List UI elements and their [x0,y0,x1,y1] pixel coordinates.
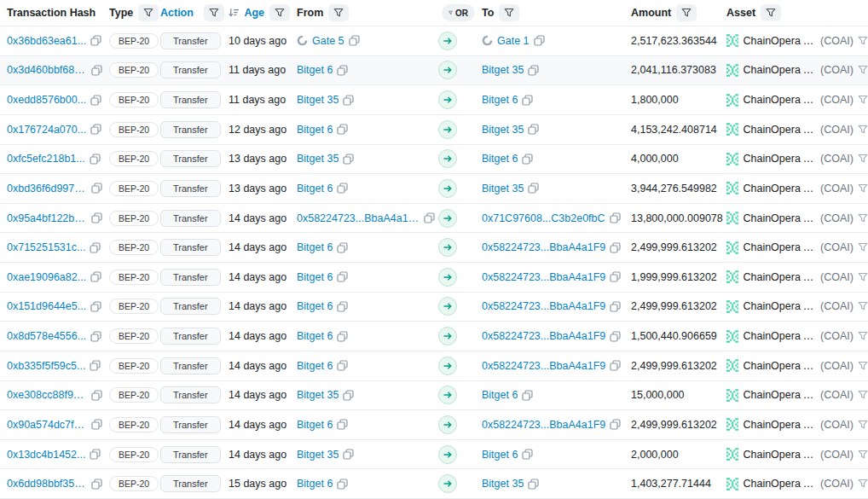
to-address-link[interactable]: 0x71C97608...C3b2e0fbC [482,212,605,224]
copy-to-address-button[interactable] [528,479,539,490]
to-address-link[interactable]: 0x58224723...BbaA4a1F9 [482,360,605,372]
asset-row-filter-icon[interactable] [858,479,868,489]
copy-to-address-button[interactable] [522,449,533,460]
from-address-link[interactable]: Bitget 6 [297,124,333,136]
copy-txn-hash-button[interactable] [90,35,101,46]
copy-txn-hash-button[interactable] [90,301,101,312]
asset-name-link[interactable]: ChainOpera A... [743,212,816,224]
txn-hash-link[interactable]: 0x95a4bf122b7... [7,212,87,224]
transfer-action-button[interactable]: Transfer [160,239,221,256]
asset-name-link[interactable]: ChainOpera A... [743,419,816,431]
transfer-action-button[interactable]: Transfer [160,121,221,138]
asset-name-link[interactable]: ChainOpera A... [743,389,816,401]
asset-name-link[interactable]: ChainOpera A... [743,271,816,283]
txn-hash-link[interactable]: 0xbd36f6d9972... [7,183,87,194]
copy-to-address-button[interactable] [610,331,621,342]
transfer-action-button[interactable]: Transfer [160,386,221,403]
transfer-action-button[interactable]: Transfer [160,210,221,227]
asset-row-filter-icon[interactable] [858,154,868,164]
asset-row-filter-icon[interactable] [858,272,868,282]
copy-txn-hash-button[interactable] [91,212,102,223]
transfer-action-button[interactable]: Transfer [160,61,221,78]
txn-hash-link[interactable]: 0x6dd98bbf357... [7,478,87,490]
txn-hash-link[interactable]: 0x176724a070... [7,124,86,136]
copy-from-address-button[interactable] [337,331,348,342]
copy-txn-hash-button[interactable] [90,449,101,460]
txn-hash-link[interactable]: 0x3d460bbf682... [7,64,87,76]
from-address-link[interactable]: Gate 5 [312,35,344,47]
txn-hash-link[interactable]: 0x90a574dc7fe... [7,419,87,431]
sort-descending-icon[interactable] [229,8,239,18]
to-address-link[interactable]: Bitget 6 [482,389,518,401]
txn-hash-link[interactable]: 0x13dc4b1452... [7,449,85,461]
to-address-link[interactable]: 0x58224723...BbaA4a1F9 [482,419,605,431]
transfer-action-button[interactable]: Transfer [160,91,221,108]
copy-from-address-button[interactable] [343,449,354,460]
from-address-link[interactable]: Bitget 6 [297,183,333,194]
to-address-link[interactable]: Bitget 35 [482,124,524,136]
to-address-link[interactable]: Bitget 35 [482,64,524,76]
from-address-link[interactable]: Bitget 6 [297,300,333,312]
txn-hash-link[interactable]: 0x151d9644e5... [7,300,86,312]
to-address-link[interactable]: Bitget 6 [482,94,518,106]
from-address-link[interactable]: Bitget 35 [297,153,339,165]
copy-txn-hash-button[interactable] [90,124,101,135]
copy-to-address-button[interactable] [528,65,539,76]
copy-to-address-button[interactable] [610,212,621,223]
age-label[interactable]: Age [244,7,264,19]
asset-row-filter-icon[interactable] [858,213,868,223]
copy-to-address-button[interactable] [534,35,545,46]
from-address-link[interactable]: Bitget 6 [297,271,333,283]
from-address-link[interactable]: 0x58224723...BbaA4a1F9 [297,212,420,224]
asset-row-filter-icon[interactable] [858,420,868,430]
copy-to-address-button[interactable] [610,271,621,282]
txn-hash-link[interactable]: 0x715251531c... [7,241,85,253]
from-filter-button[interactable] [328,4,349,21]
from-address-link[interactable]: Bitget 6 [297,360,333,372]
copy-from-address-button[interactable] [343,390,354,401]
asset-row-filter-icon[interactable] [858,36,868,46]
copy-txn-hash-button[interactable] [91,183,102,194]
copy-from-address-button[interactable] [337,124,348,135]
copy-from-address-button[interactable] [337,301,348,312]
copy-from-address-button[interactable] [343,154,354,165]
copy-txn-hash-button[interactable] [90,331,101,342]
copy-txn-hash-button[interactable] [90,360,101,371]
transfer-action-button[interactable]: Transfer [160,150,221,167]
copy-from-address-button[interactable] [337,183,348,194]
copy-from-address-button[interactable] [337,271,348,282]
to-address-link[interactable]: 0x58224723...BbaA4a1F9 [482,271,605,283]
asset-name-link[interactable]: ChainOpera A... [743,35,816,47]
asset-name-link[interactable]: ChainOpera A... [743,124,816,136]
asset-name-link[interactable]: ChainOpera A... [743,64,816,76]
to-address-link[interactable]: 0x58224723...BbaA4a1F9 [482,241,605,253]
transfer-action-button[interactable]: Transfer [160,328,221,345]
copy-from-address-button[interactable] [349,35,360,46]
to-address-link[interactable]: Bitget 6 [482,153,518,165]
copy-to-address-button[interactable] [522,390,533,401]
from-address-link[interactable]: Bitget 35 [297,389,339,401]
copy-txn-hash-button[interactable] [91,390,102,401]
asset-row-filter-icon[interactable] [858,331,868,341]
asset-row-filter-icon[interactable] [858,361,868,371]
or-filter-toggle[interactable]: OR [442,4,475,21]
to-address-link[interactable]: Bitget 35 [482,478,524,490]
copy-txn-hash-button[interactable] [91,479,102,490]
transfer-action-button[interactable]: Transfer [160,446,221,463]
txn-hash-link[interactable]: 0x8d578e4556... [7,330,86,342]
asset-name-link[interactable]: ChainOpera A... [743,300,816,312]
txn-hash-link[interactable]: 0xe308cc88f95... [7,389,87,401]
asset-row-filter-icon[interactable] [858,390,868,400]
asset-name-link[interactable]: ChainOpera A... [743,94,816,106]
from-address-link[interactable]: Bitget 6 [297,419,333,431]
from-address-link[interactable]: Bitget 35 [297,94,339,106]
transfer-action-button[interactable]: Transfer [160,32,221,49]
txn-hash-link[interactable]: 0xae19096a82... [7,271,86,283]
asset-name-link[interactable]: ChainOpera A... [743,183,816,194]
copy-txn-hash-button[interactable] [91,65,102,76]
to-address-link[interactable]: Gate 1 [497,35,529,47]
asset-name-link[interactable]: ChainOpera A... [743,478,816,490]
from-address-link[interactable]: Bitget 6 [297,330,333,342]
to-address-link[interactable]: Bitget 6 [482,449,518,461]
copy-txn-hash-button[interactable] [91,419,102,430]
